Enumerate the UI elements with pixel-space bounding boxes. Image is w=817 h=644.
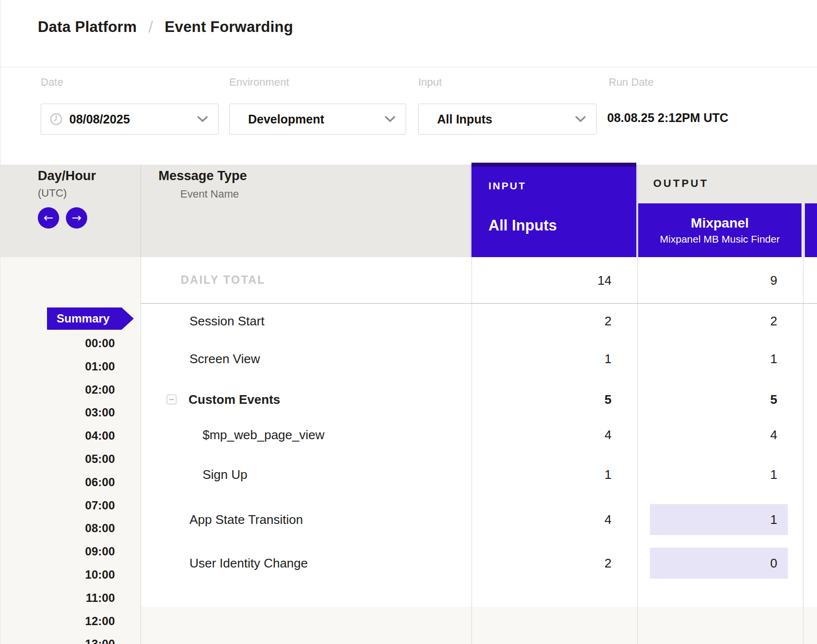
input-value-cell: 2 bbox=[471, 546, 637, 581]
output-value-cell: 1 bbox=[638, 341, 803, 376]
input-value-cell: 4 bbox=[471, 502, 637, 537]
event-row-session-start: Session Start22 bbox=[141, 304, 817, 338]
event-row-user-identity-change: User Identity Change20 bbox=[141, 546, 817, 581]
output-value-cell: 1 bbox=[638, 502, 803, 537]
event-name: Screen View bbox=[189, 352, 260, 367]
hour-label-0500[interactable]: 05:00 bbox=[85, 452, 115, 466]
hour-label-0000[interactable]: 00:00 bbox=[85, 336, 115, 351]
output-section-label: OUTPUT bbox=[653, 177, 708, 190]
date-filter-label: Date bbox=[41, 76, 63, 89]
message-type-title: Message Type bbox=[158, 169, 247, 184]
output-value-cell: 5 bbox=[638, 382, 803, 417]
hour-label-0300[interactable]: 03:00 bbox=[85, 405, 115, 420]
output-value: 1 bbox=[770, 352, 777, 367]
date-dropdown[interactable]: 08/08/2025 bbox=[41, 104, 219, 135]
chevron-down-icon bbox=[384, 116, 396, 123]
output-value: 4 bbox=[770, 428, 777, 443]
output-column-header-mixpanel[interactable]: Mixpanel Mixpanel MB Music Finder bbox=[638, 203, 801, 257]
highlighted-cell-background bbox=[650, 548, 788, 579]
input-column-header[interactable]: INPUT All Inputs bbox=[471, 163, 636, 257]
hour-label-0800[interactable]: 08:00 bbox=[85, 521, 115, 536]
event-row--mp-web-page-view: $mp_web_page_view44 bbox=[141, 417, 817, 452]
input-filter-label: Input bbox=[418, 76, 442, 89]
table-body: DAILY TOTAL 14 9 Session Start22Screen V… bbox=[141, 257, 817, 644]
hour-label-1200[interactable]: 12:00 bbox=[85, 614, 115, 629]
output-value: 0 bbox=[770, 556, 777, 571]
hour-label-0200[interactable]: 02:00 bbox=[85, 383, 115, 397]
event-forwarding-page: Data Platform / Event Forwarding Date En… bbox=[0, 0, 817, 644]
hour-label-0400[interactable]: 04:00 bbox=[85, 429, 115, 443]
day-hour-subtitle: (UTC) bbox=[38, 187, 67, 199]
event-row-screen-view: Screen View11 bbox=[141, 341, 817, 376]
prev-day-button[interactable]: ← bbox=[38, 207, 59, 229]
event-name: Custom Events bbox=[189, 392, 280, 407]
daily-total-label: DAILY TOTAL bbox=[181, 274, 266, 287]
day-hour-header-cell: Day/Hour (UTC) ← → bbox=[0, 165, 141, 257]
input-value: 4 bbox=[605, 512, 612, 527]
environment-value: Development bbox=[248, 112, 324, 126]
input-value-cell: 1 bbox=[471, 341, 637, 376]
breadcrumb-item-event-forwarding: Event Forwarding bbox=[165, 18, 293, 36]
output-value: 1 bbox=[770, 512, 777, 527]
table-bottom-band bbox=[141, 607, 817, 644]
daily-total-input-cell: 14 bbox=[471, 257, 637, 303]
input-value-cell: 4 bbox=[471, 417, 637, 452]
output-value-cell: 2 bbox=[638, 304, 803, 338]
output-column-name: Mixpanel bbox=[691, 215, 749, 231]
output-value: 1 bbox=[770, 467, 777, 482]
environment-dropdown[interactable]: Development bbox=[229, 104, 406, 135]
input-value: 4 bbox=[605, 428, 612, 443]
input-value-cell: 5 bbox=[471, 382, 637, 417]
hour-label-1100[interactable]: 11:00 bbox=[86, 591, 115, 605]
output-value: 5 bbox=[770, 392, 777, 407]
breadcrumb-separator: / bbox=[148, 17, 153, 36]
hour-label-0600[interactable]: 06:00 bbox=[85, 475, 115, 490]
input-value: 5 bbox=[605, 392, 612, 407]
output-value-cell: 4 bbox=[638, 417, 803, 452]
hour-label-1000[interactable]: 10:00 bbox=[85, 567, 115, 582]
event-name: Session Start bbox=[189, 314, 265, 329]
input-column-name: All Inputs bbox=[488, 217, 557, 234]
hours-column: Summary 00:0001:0002:0003:0004:0005:0006… bbox=[0, 257, 141, 644]
input-section-label: INPUT bbox=[488, 180, 526, 192]
output-value-cell: 1 bbox=[638, 457, 803, 492]
input-value-cell: 2 bbox=[471, 304, 637, 338]
daily-total-output-cell: 9 bbox=[638, 257, 803, 303]
hour-label-0700[interactable]: 07:00 bbox=[85, 498, 115, 513]
hour-label-0100[interactable]: 01:00 bbox=[85, 359, 115, 374]
daily-total-row: DAILY TOTAL 14 9 bbox=[141, 257, 817, 304]
day-hour-title: Day/Hour bbox=[38, 169, 96, 184]
environment-filter-label: Environment bbox=[229, 76, 289, 89]
daily-total-output-value: 9 bbox=[770, 273, 777, 288]
breadcrumb: Data Platform / Event Forwarding bbox=[38, 17, 293, 36]
event-row-sign-up: Sign Up11 bbox=[141, 457, 817, 492]
input-value: 2 bbox=[605, 556, 612, 571]
input-value: 1 bbox=[605, 467, 612, 482]
input-value: 1 bbox=[605, 352, 612, 367]
input-value: 2 bbox=[605, 314, 612, 329]
input-column-topstrip bbox=[471, 163, 636, 167]
summary-badge[interactable]: Summary bbox=[47, 307, 134, 330]
hour-label-1300[interactable]: 13:00 bbox=[85, 637, 115, 644]
chevron-down-icon bbox=[575, 116, 586, 123]
run-date-value: 08.08.25 2:12PM UTC bbox=[607, 111, 728, 125]
output-value-cell: 0 bbox=[638, 546, 803, 581]
hour-label-0900[interactable]: 09:00 bbox=[85, 544, 115, 559]
chevron-down-icon bbox=[197, 116, 208, 123]
top-header-band: Data Platform / Event Forwarding bbox=[0, 0, 817, 67]
output-column-subname: Mixpanel MB Music Finder bbox=[660, 233, 780, 245]
breadcrumb-item-data-platform[interactable]: Data Platform bbox=[38, 18, 137, 36]
input-dropdown[interactable]: All Inputs bbox=[418, 104, 597, 135]
next-day-button[interactable]: → bbox=[66, 207, 87, 229]
event-name: $mp_web_page_view bbox=[203, 428, 325, 443]
event-name: User Identity Change bbox=[189, 556, 308, 571]
event-name: App State Transition bbox=[189, 512, 303, 527]
table-header: Day/Hour (UTC) ← → Message Type Event Na… bbox=[0, 165, 817, 257]
output-column-header-partial[interactable] bbox=[805, 203, 817, 257]
input-value-cell: 1 bbox=[471, 457, 637, 492]
filters-band: Date Environment Input Run Date 08/08/20… bbox=[0, 67, 817, 165]
event-row-app-state-transition: App State Transition41 bbox=[141, 502, 817, 537]
event-name-subtitle: Event Name bbox=[180, 188, 239, 200]
output-value: 2 bbox=[770, 314, 777, 329]
collapse-icon[interactable]: − bbox=[167, 395, 176, 404]
